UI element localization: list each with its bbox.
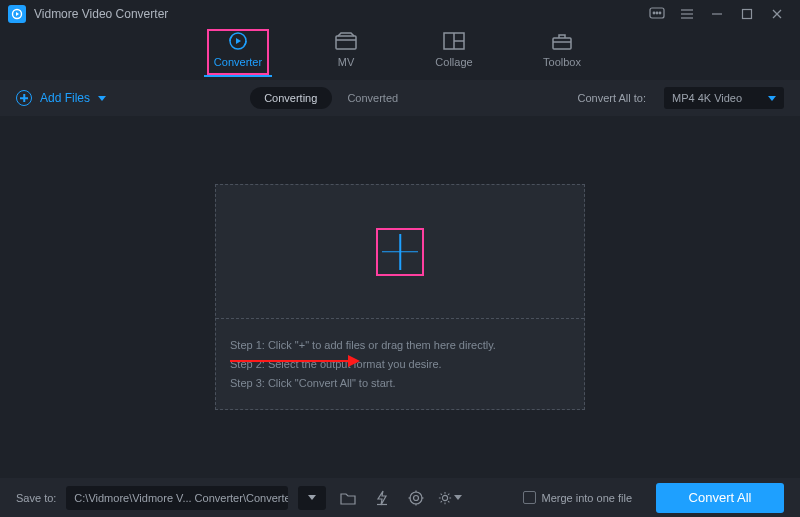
tab-mv[interactable]: MV bbox=[316, 30, 376, 74]
settings-button[interactable] bbox=[438, 486, 462, 510]
svg-point-3 bbox=[656, 12, 658, 14]
main-canvas: Step 1: Click "+" to add files or drag t… bbox=[0, 116, 800, 478]
instructions: Step 1: Click "+" to add files or drag t… bbox=[216, 319, 584, 409]
svg-point-22 bbox=[414, 495, 419, 500]
step-1-text: Step 1: Click "+" to add files or drag t… bbox=[230, 339, 570, 351]
chevron-down-icon bbox=[454, 495, 462, 500]
main-tabs: Converter MV Collage Toolbox bbox=[0, 28, 800, 80]
high-speed-button[interactable] bbox=[404, 486, 428, 510]
app-logo bbox=[8, 5, 26, 23]
add-plus-highlight[interactable] bbox=[376, 228, 424, 276]
plus-circle-icon bbox=[16, 90, 32, 106]
menu-icon[interactable] bbox=[672, 0, 702, 28]
step-2-text: Step 2: Select the output format you des… bbox=[230, 358, 570, 370]
merge-label: Merge into one file bbox=[542, 492, 633, 504]
checkbox-icon bbox=[523, 491, 536, 504]
tab-label: Collage bbox=[435, 56, 472, 68]
seg-converting[interactable]: Converting bbox=[250, 87, 332, 109]
app-title: Vidmore Video Converter bbox=[34, 7, 168, 21]
merge-checkbox[interactable]: Merge into one file bbox=[523, 491, 633, 504]
open-folder-button[interactable] bbox=[336, 486, 360, 510]
feedback-icon[interactable] bbox=[642, 0, 672, 28]
tab-converter[interactable]: Converter bbox=[208, 30, 268, 74]
add-files-button[interactable]: Add Files bbox=[16, 90, 106, 106]
svg-rect-18 bbox=[553, 38, 571, 49]
save-path-dropdown[interactable] bbox=[298, 486, 326, 510]
maximize-button[interactable] bbox=[732, 0, 762, 28]
plus-icon bbox=[382, 234, 418, 270]
mv-icon bbox=[334, 30, 358, 52]
output-format-value: MP4 4K Video bbox=[672, 92, 742, 104]
step-3-text: Step 3: Click "Convert All" to start. bbox=[230, 377, 570, 389]
output-format-dropdown[interactable]: MP4 4K Video bbox=[664, 87, 784, 109]
tab-collage[interactable]: Collage bbox=[424, 30, 484, 74]
tab-label: Toolbox bbox=[543, 56, 581, 68]
svg-rect-9 bbox=[743, 10, 752, 19]
collage-icon bbox=[443, 30, 465, 52]
converter-icon bbox=[227, 30, 249, 52]
save-path-field[interactable]: C:\Vidmore\Vidmore V... Converter\Conver… bbox=[66, 486, 288, 510]
save-to-label: Save to: bbox=[16, 492, 56, 504]
drop-zone[interactable]: Step 1: Click "+" to add files or drag t… bbox=[215, 184, 585, 410]
tab-label: Converter bbox=[214, 56, 262, 68]
chevron-down-icon bbox=[768, 96, 776, 101]
tab-label: MV bbox=[338, 56, 355, 68]
svg-point-4 bbox=[659, 12, 661, 14]
convert-all-to-label: Convert All to: bbox=[578, 92, 646, 104]
svg-point-21 bbox=[410, 492, 422, 504]
titlebar: Vidmore Video Converter bbox=[0, 0, 800, 28]
toolbar: Add Files Converting Converted Convert A… bbox=[0, 80, 800, 116]
drop-zone-top[interactable] bbox=[216, 185, 584, 318]
minimize-button[interactable] bbox=[702, 0, 732, 28]
add-files-label: Add Files bbox=[40, 91, 90, 105]
toolbox-icon bbox=[551, 30, 573, 52]
svg-point-2 bbox=[653, 12, 655, 14]
chevron-down-icon bbox=[308, 495, 316, 500]
convert-all-button[interactable]: Convert All bbox=[656, 483, 784, 513]
svg-point-27 bbox=[443, 495, 448, 500]
tab-toolbox[interactable]: Toolbox bbox=[532, 30, 592, 74]
footer: Save to: C:\Vidmore\Vidmore V... Convert… bbox=[0, 478, 800, 517]
svg-rect-13 bbox=[336, 36, 356, 49]
gpu-accel-button[interactable] bbox=[370, 486, 394, 510]
seg-converted[interactable]: Converted bbox=[332, 87, 414, 109]
chevron-down-icon bbox=[98, 96, 106, 101]
close-button[interactable] bbox=[762, 0, 792, 28]
